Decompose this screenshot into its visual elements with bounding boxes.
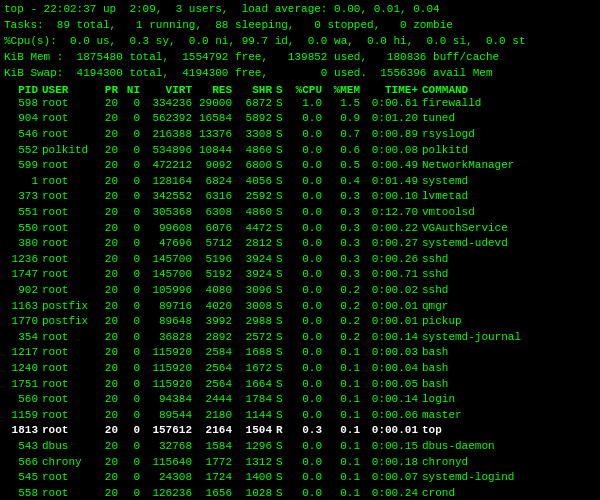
cell-shr: 1400	[236, 470, 276, 486]
cell-mem: 0.2	[326, 299, 364, 315]
cell-cpu: 0.0	[288, 377, 326, 393]
cell-virt: 216388	[144, 127, 196, 143]
header-section: top - 22:02:37 up 2:09, 3 users, load av…	[4, 2, 596, 82]
cell-cpu: 0.0	[288, 392, 326, 408]
cell-ni: 0	[122, 392, 144, 408]
cell-cmd: login	[422, 392, 596, 408]
cell-user: root	[42, 330, 100, 346]
cell-s: S	[276, 361, 288, 377]
cell-ni: 0	[122, 96, 144, 112]
col-header-cmd: COMMAND	[422, 84, 596, 96]
cell-cmd: qmgr	[422, 299, 596, 315]
cell-pid: 552	[4, 143, 42, 159]
cell-ni: 0	[122, 143, 144, 159]
cell-s: S	[276, 221, 288, 237]
cell-user: root	[42, 158, 100, 174]
cell-user: root	[42, 221, 100, 237]
cell-s: S	[276, 345, 288, 361]
header-line-3: %Cpu(s): 0.0 us, 0.3 sy, 0.0 ni, 99.7 id…	[4, 34, 596, 50]
cell-cmd: systemd-logind	[422, 470, 596, 486]
cell-pid: 546	[4, 127, 42, 143]
cell-cpu: 0.0	[288, 174, 326, 190]
cell-virt: 36828	[144, 330, 196, 346]
cell-mem: 1.5	[326, 96, 364, 112]
cell-ni: 0	[122, 283, 144, 299]
cell-s: S	[276, 252, 288, 268]
cell-time: 0:01.20	[364, 111, 422, 127]
cell-pr: 20	[100, 361, 122, 377]
cell-virt: 105996	[144, 283, 196, 299]
table-row: 1root20012816468244056S0.00.40:01.49syst…	[4, 174, 596, 190]
col-header-time: TIME+	[364, 84, 422, 96]
cell-pr: 20	[100, 470, 122, 486]
cell-cpu: 0.0	[288, 158, 326, 174]
cell-mem: 0.3	[326, 236, 364, 252]
cell-pid: 566	[4, 455, 42, 471]
cell-virt: 94384	[144, 392, 196, 408]
col-header-ni: NI	[122, 84, 144, 96]
cell-pr: 20	[100, 205, 122, 221]
cell-user: root	[42, 252, 100, 268]
cell-cmd: tuned	[422, 111, 596, 127]
cell-shr: 1664	[236, 377, 276, 393]
col-header-res: RES	[196, 84, 236, 96]
cell-virt: 305368	[144, 205, 196, 221]
table-header: PID USER PR NI VIRT RES SHR S %CPU %MEM …	[4, 84, 596, 96]
cell-s: S	[276, 127, 288, 143]
cell-time: 0:00.61	[364, 96, 422, 112]
cell-pid: 1236	[4, 252, 42, 268]
table-row: 558root20012623616561028S0.00.10:00.24cr…	[4, 486, 596, 500]
cell-res: 16584	[196, 111, 236, 127]
cell-virt: 534896	[144, 143, 196, 159]
cell-res: 2444	[196, 392, 236, 408]
cell-s: S	[276, 174, 288, 190]
cell-ni: 0	[122, 439, 144, 455]
cell-res: 1656	[196, 486, 236, 500]
cell-pid: 545	[4, 470, 42, 486]
cell-s: S	[276, 111, 288, 127]
cell-ni: 0	[122, 470, 144, 486]
cell-ni: 0	[122, 377, 144, 393]
cell-mem: 0.3	[326, 267, 364, 283]
cell-time: 0:00.01	[364, 314, 422, 330]
cell-shr: 1028	[236, 486, 276, 500]
cell-cmd: top	[422, 423, 596, 439]
cell-ni: 0	[122, 330, 144, 346]
cell-res: 5712	[196, 236, 236, 252]
cell-ni: 0	[122, 299, 144, 315]
cell-cpu: 0.0	[288, 221, 326, 237]
cell-shr: 2812	[236, 236, 276, 252]
cell-virt: 32768	[144, 439, 196, 455]
cell-ni: 0	[122, 314, 144, 330]
cell-cmd: NetworkManager	[422, 158, 596, 174]
cell-cmd: bash	[422, 361, 596, 377]
col-header-cpu: %CPU	[288, 84, 326, 96]
cell-cmd: systemd	[422, 174, 596, 190]
table-row: 354root2003682828922572S0.00.20:00.14sys…	[4, 330, 596, 346]
cell-pr: 20	[100, 439, 122, 455]
cell-shr: 1672	[236, 361, 276, 377]
cell-s: S	[276, 377, 288, 393]
cell-mem: 0.1	[326, 377, 364, 393]
cell-res: 6316	[196, 189, 236, 205]
cell-pid: 380	[4, 236, 42, 252]
cell-pr: 20	[100, 345, 122, 361]
cell-pr: 20	[100, 111, 122, 127]
cell-pr: 20	[100, 143, 122, 159]
cell-pr: 20	[100, 455, 122, 471]
header-line-5: KiB Swap: 4194300 total, 4194300 free, 0…	[4, 66, 596, 82]
cell-pr: 20	[100, 158, 122, 174]
cell-ni: 0	[122, 361, 144, 377]
cell-pid: 1163	[4, 299, 42, 315]
cell-time: 0:00.71	[364, 267, 422, 283]
cell-pid: 1	[4, 174, 42, 190]
cell-ni: 0	[122, 158, 144, 174]
cell-pid: 373	[4, 189, 42, 205]
cell-pr: 20	[100, 314, 122, 330]
cell-virt: 157612	[144, 423, 196, 439]
cell-time: 0:00.89	[364, 127, 422, 143]
cell-mem: 0.1	[326, 455, 364, 471]
cell-shr: 3096	[236, 283, 276, 299]
cell-cpu: 0.0	[288, 314, 326, 330]
cell-s: S	[276, 299, 288, 315]
